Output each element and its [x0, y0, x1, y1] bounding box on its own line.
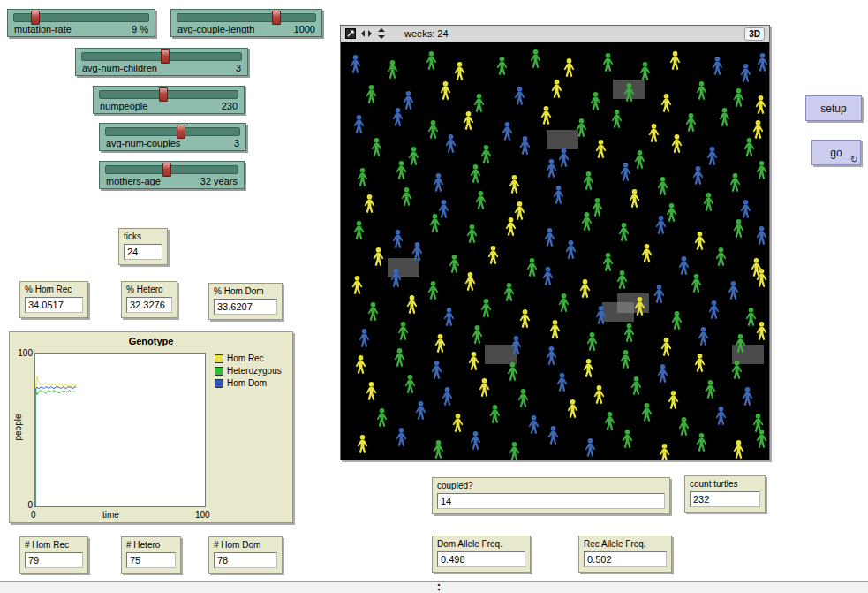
slider-handle[interactable]	[162, 163, 171, 177]
setup-button[interactable]: setup	[805, 95, 862, 121]
person-turtle	[756, 95, 766, 114]
person-turtle	[621, 350, 631, 369]
person-turtle	[548, 426, 559, 445]
legend-item-hom-rec: Hom Rec	[215, 354, 282, 363]
forever-icon: ↻	[850, 155, 858, 164]
go-button[interactable]: go ↻	[811, 140, 861, 165]
view-3d-button[interactable]: 3D	[744, 27, 765, 41]
view-header: weeks: 24 3D	[341, 26, 769, 42]
person-turtle	[661, 94, 672, 112]
person-turtle	[706, 380, 716, 399]
person-turtle	[395, 348, 405, 367]
horizontal-arrows-icon[interactable]	[360, 29, 373, 38]
person-turtle	[679, 417, 690, 436]
person-turtle	[520, 136, 531, 155]
person-turtle	[449, 255, 460, 273]
person-turtle	[757, 161, 767, 179]
slider-mutation-rate[interactable]: mutation-rate9 %	[7, 9, 155, 37]
person-turtle	[709, 300, 720, 319]
slider-avg-couple-length[interactable]: avg-couple-length1000	[170, 9, 322, 37]
person-turtle	[679, 256, 690, 275]
person-turtle	[435, 334, 446, 353]
person-turtle	[559, 148, 570, 167]
person-turtle	[554, 186, 564, 204]
slider-handle[interactable]	[177, 125, 185, 139]
person-turtle	[409, 147, 419, 165]
monitor-value: 34.0517	[25, 297, 83, 313]
person-turtle	[707, 147, 718, 165]
person-turtle	[518, 389, 529, 407]
legend-swatch-green	[215, 367, 223, 376]
person-turtle	[481, 145, 492, 163]
command-center-splitter[interactable]: ▲▼	[0, 581, 868, 593]
slider-track[interactable]	[81, 52, 242, 61]
person-turtle	[474, 94, 485, 112]
plot-line	[35, 389, 76, 506]
slider-track[interactable]	[99, 90, 238, 99]
person-turtle	[434, 440, 444, 459]
person-turtle	[434, 173, 444, 192]
person-turtle	[368, 302, 379, 321]
splitter-grip-icon[interactable]: ▲▼	[432, 582, 446, 592]
monitor-value: 0.498	[437, 551, 525, 567]
monitor-label: # Hetero	[126, 540, 176, 550]
monitor-value: 24	[124, 244, 162, 260]
slider-value: 9 %	[132, 24, 148, 34]
world-canvas[interactable]	[341, 42, 769, 460]
person-turtle	[497, 57, 508, 75]
person-turtle	[741, 64, 751, 82]
person-turtle	[693, 166, 704, 185]
person-turtle	[758, 53, 768, 72]
slider-track[interactable]	[177, 13, 316, 22]
person-turtle	[416, 401, 426, 420]
person-turtle	[585, 438, 596, 457]
slider-avg-num-couples[interactable]: avg-num-couples3	[99, 123, 246, 151]
person-turtle	[672, 311, 683, 330]
slider-handle[interactable]	[272, 11, 281, 25]
person-turtle	[642, 403, 653, 422]
slider-mothers-age[interactable]: mothers-age32 years	[99, 161, 245, 189]
slider-handle[interactable]	[161, 49, 170, 64]
person-turtle	[352, 276, 363, 294]
monitor-num-hom-rec: # Hom Rec 79	[19, 536, 88, 574]
slider-track[interactable]	[13, 13, 149, 22]
slider-avg-num-children[interactable]: avg-num-children3	[75, 48, 248, 76]
slider-label: avg-couple-length	[177, 24, 254, 34]
slider-handle[interactable]	[31, 11, 40, 25]
resize-view-icon[interactable]	[345, 28, 356, 39]
slider-track[interactable]	[105, 127, 240, 136]
person-turtle	[453, 414, 464, 432]
person-turtle	[377, 408, 388, 427]
person-turtle	[359, 329, 370, 347]
slider-label: mutation-rate	[14, 24, 72, 34]
x-axis-min-tick: 0	[31, 510, 36, 520]
monitor-label: # Hom Rec	[25, 540, 83, 550]
person-turtle	[407, 295, 418, 314]
person-turtle	[757, 226, 767, 245]
monitor-label: ticks	[124, 232, 162, 241]
person-turtle	[527, 258, 538, 277]
person-turtle	[621, 163, 631, 181]
slider-handle[interactable]	[159, 87, 168, 102]
person-turtle	[658, 177, 668, 195]
person-turtle	[593, 198, 603, 217]
person-turtle	[654, 285, 665, 303]
person-turtle	[660, 444, 670, 460]
slider-track[interactable]	[105, 165, 238, 174]
monitor-label: % Hom Dom	[214, 286, 277, 296]
plot-canvas	[35, 354, 205, 506]
vertical-arrows-icon[interactable]	[377, 27, 386, 40]
couple-box	[547, 130, 578, 149]
person-turtle	[686, 113, 697, 132]
person-turtle	[531, 49, 541, 68]
monitor-num-hetero: # Hetero 75	[121, 536, 181, 574]
monitor-label: coupled?	[437, 481, 665, 490]
person-turtle	[753, 414, 764, 432]
person-turtle	[358, 435, 368, 453]
person-turtle	[506, 217, 517, 236]
monitor-value: 75	[126, 552, 176, 568]
person-turtle	[432, 361, 442, 379]
person-turtle	[584, 359, 594, 377]
person-turtle	[439, 200, 449, 218]
slider-numpeople[interactable]: numpeople230	[93, 86, 245, 114]
